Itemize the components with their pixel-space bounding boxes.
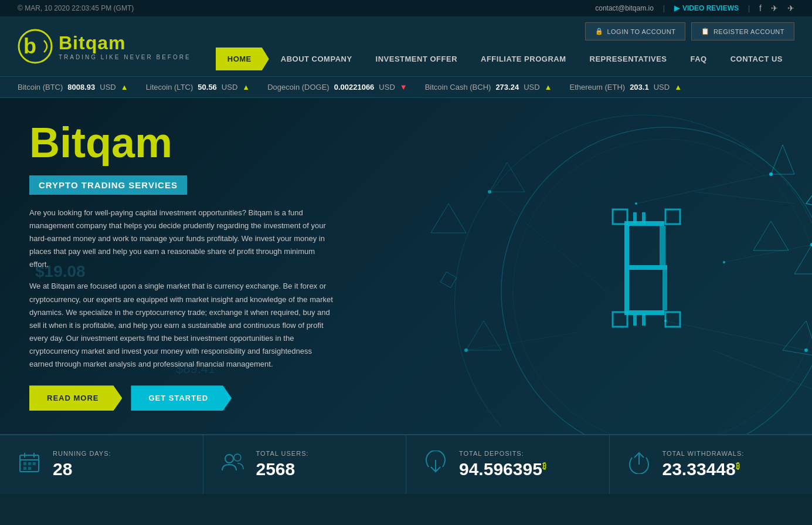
video-icon: ▶ bbox=[674, 4, 680, 12]
svg-rect-53 bbox=[28, 467, 31, 470]
logo-area: b Bitqam TRADING LIKE NEVER BEFORE bbox=[18, 29, 191, 64]
telegram-icon-2[interactable]: ✈ bbox=[787, 4, 794, 13]
svg-marker-22 bbox=[490, 162, 525, 192]
total-withdrawals-info: TOTAL WITHDRAWALS: 23.33448₿ bbox=[662, 450, 745, 479]
hero-buttons: READ MORE GET STARTED bbox=[29, 385, 334, 411]
stats-bar: RUNNING DAYS: 28 TOTAL USERS: 2568 bbox=[0, 434, 812, 494]
ticker-bch: Bitcoin Cash (BCH) 273.24 USD ▲ bbox=[425, 83, 552, 92]
logo-tagline: TRADING LIKE NEVER BEFORE bbox=[59, 54, 191, 60]
nav-item-about[interactable]: ABOUT COMPANY bbox=[269, 48, 364, 70]
stat-total-users: TOTAL USERS: 2568 bbox=[203, 435, 407, 494]
svg-rect-17 bbox=[665, 312, 680, 327]
svg-rect-12 bbox=[633, 315, 637, 326]
facebook-icon[interactable]: f bbox=[759, 4, 762, 13]
top-bar: © MAR, 10 2020 22:03:45 PM (GMT) contact… bbox=[0, 0, 812, 16]
svg-text:b: b bbox=[23, 34, 36, 58]
btc-arrow: ▲ bbox=[121, 83, 128, 92]
logo-name-1: Bit bbox=[59, 32, 86, 53]
hero-subtitle: CRYPTO TRADING SERVICES bbox=[29, 175, 187, 195]
svg-rect-7 bbox=[629, 310, 664, 315]
main-nav: HOME ABOUT COMPANY INVESTMENT OFFER AFFI… bbox=[216, 48, 794, 70]
register-button[interactable]: 📋 REGISTER ACCOUNT bbox=[691, 22, 794, 40]
ltc-arrow: ▲ bbox=[242, 83, 250, 92]
total-deposits-label: TOTAL DEPOSITS: bbox=[459, 450, 546, 457]
ticker-doge: Dogecoin (DOGE) 0.00221066 USD ▼ bbox=[267, 83, 407, 92]
nav-item-representatives[interactable]: REPRESENTATIVES bbox=[578, 48, 679, 70]
separator-2: | bbox=[748, 4, 750, 12]
svg-rect-16 bbox=[665, 209, 680, 224]
total-withdrawals-value: 23.33448₿ bbox=[662, 459, 745, 479]
video-reviews-link[interactable]: ▶ VIDEO REVIEWS bbox=[674, 4, 739, 12]
email-link[interactable]: contact@bitqam.io bbox=[595, 4, 654, 12]
svg-marker-18 bbox=[771, 145, 794, 174]
svg-point-36 bbox=[804, 348, 808, 352]
logo-name-2: qam bbox=[86, 32, 126, 53]
svg-line-31 bbox=[466, 333, 577, 350]
hero-title: Bitqam bbox=[29, 121, 334, 164]
telegram-icon-1[interactable]: ✈ bbox=[771, 4, 778, 13]
svg-rect-49 bbox=[23, 462, 26, 465]
svg-rect-44 bbox=[440, 272, 456, 287]
read-more-button[interactable]: READ MORE bbox=[29, 385, 122, 411]
price-ticker: Bitcoin (BTC) 8008.93 USD ▲ Litecoin (LT… bbox=[0, 76, 812, 98]
nav-item-faq[interactable]: FAQ bbox=[679, 48, 719, 70]
deposits-currency: ₿ bbox=[542, 461, 546, 470]
ticker-btc: Bitcoin (BTC) 8008.93 USD ▲ bbox=[18, 83, 128, 92]
svg-marker-19 bbox=[753, 221, 789, 250]
svg-rect-11 bbox=[642, 212, 645, 223]
hero-content: Bitqam CRYPTO TRADING SERVICES Are you l… bbox=[0, 98, 363, 434]
total-deposits-value: 94.596395₿ bbox=[459, 459, 546, 479]
svg-point-55 bbox=[234, 454, 241, 461]
register-icon: 📋 bbox=[701, 28, 710, 35]
total-users-value: 2568 bbox=[256, 459, 309, 479]
stat-total-deposits: TOTAL DEPOSITS: 94.596395₿ bbox=[406, 435, 610, 494]
logo-icon: b bbox=[18, 29, 53, 64]
top-bar-right: contact@bitqam.io | ▶ VIDEO REVIEWS | f … bbox=[595, 4, 794, 13]
nav-item-investment[interactable]: INVESTMENT OFFER bbox=[364, 48, 469, 70]
nav-item-home[interactable]: HOME bbox=[216, 48, 269, 70]
bch-arrow: ▲ bbox=[545, 83, 552, 92]
svg-line-29 bbox=[665, 321, 806, 350]
withdrawals-currency: ₿ bbox=[736, 461, 740, 470]
svg-rect-10 bbox=[633, 212, 637, 223]
svg-rect-9 bbox=[662, 270, 667, 310]
hero-title-2: qam bbox=[86, 119, 172, 166]
hero-description-2: We at Bitqam are focused upon a single m… bbox=[29, 280, 334, 371]
calendar-icon bbox=[18, 451, 41, 479]
login-button[interactable]: 🔒 LOGIN TO ACCOUNT bbox=[585, 22, 686, 40]
running-days-info: RUNNING DAYS: 28 bbox=[53, 450, 111, 479]
svg-line-33 bbox=[712, 350, 812, 391]
svg-point-40 bbox=[635, 202, 637, 205]
svg-line-27 bbox=[636, 174, 771, 204]
hero-title-1: Bit bbox=[29, 119, 86, 166]
svg-rect-52 bbox=[23, 467, 26, 470]
svg-marker-21 bbox=[431, 204, 466, 233]
users-icon bbox=[221, 451, 244, 479]
header-right: 🔒 LOGIN TO ACCOUNT 📋 REGISTER ACCOUNT HO… bbox=[216, 22, 794, 70]
separator-1: | bbox=[663, 4, 665, 12]
svg-point-38 bbox=[464, 348, 468, 352]
logo-text: Bitqam TRADING LIKE NEVER BEFORE bbox=[59, 32, 191, 60]
total-deposits-info: TOTAL DEPOSITS: 94.596395₿ bbox=[459, 450, 546, 479]
doge-arrow: ▼ bbox=[400, 83, 407, 92]
svg-rect-8 bbox=[660, 226, 665, 265]
total-withdrawals-label: TOTAL WITHDRAWALS: bbox=[662, 450, 745, 457]
logo-name: Bitqam bbox=[59, 32, 191, 54]
hero-section: $19.08 $89.41 bbox=[0, 98, 812, 494]
withdrawal-icon bbox=[627, 451, 651, 479]
header: b Bitqam TRADING LIKE NEVER BEFORE 🔒 LOG… bbox=[0, 16, 812, 76]
datetime: © MAR, 10 2020 22:03:45 PM (GMT) bbox=[18, 4, 134, 12]
nav-item-contact[interactable]: CONTACT US bbox=[719, 48, 794, 70]
svg-line-28 bbox=[724, 245, 812, 262]
svg-line-32 bbox=[695, 192, 794, 204]
stat-running-days: RUNNING DAYS: 28 bbox=[0, 435, 203, 494]
svg-point-42 bbox=[664, 320, 667, 322]
lock-icon: 🔒 bbox=[595, 28, 604, 35]
nav-item-affiliate[interactable]: AFFILIATE PROGRAM bbox=[469, 48, 577, 70]
deposit-icon bbox=[424, 451, 447, 479]
svg-point-34 bbox=[769, 172, 773, 176]
get-started-button[interactable]: GET STARTED bbox=[131, 385, 232, 411]
svg-rect-13 bbox=[642, 315, 645, 326]
svg-line-30 bbox=[490, 192, 607, 292]
ticker-ltc: Litecoin (LTC) 50.56 USD ▲ bbox=[146, 83, 250, 92]
